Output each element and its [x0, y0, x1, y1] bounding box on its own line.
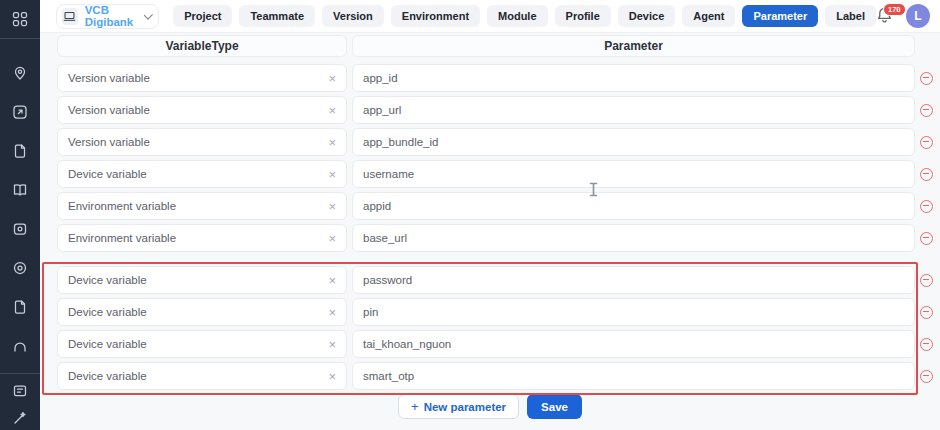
topbar-right: 170 L	[876, 4, 930, 28]
launch-icon[interactable]	[12, 104, 28, 120]
parameter-input[interactable]	[352, 266, 915, 294]
clear-select-icon[interactable]: ×	[328, 274, 336, 287]
variable-type-select[interactable]: Device variable×	[57, 330, 347, 358]
location-icon[interactable]	[12, 65, 28, 81]
topbar: VCB Digibank ProjectTeammateVersionEnvir…	[40, 0, 940, 33]
remove-row-icon[interactable]	[920, 104, 933, 117]
tab-profile[interactable]: Profile	[555, 5, 611, 27]
new-parameter-label: New parameter	[424, 401, 506, 413]
sidebar-bottom-icons	[0, 373, 40, 430]
column-header-variabletype: VariableType	[57, 35, 347, 57]
variable-type-value: Version variable	[68, 104, 150, 116]
tab-teammate[interactable]: Teammate	[239, 5, 315, 27]
tab-label[interactable]: Label	[825, 5, 876, 27]
tab-module[interactable]: Module	[487, 5, 548, 27]
sidebar-icon-list	[0, 39, 40, 373]
parameter-row: Device variable×	[57, 362, 933, 390]
parameter-input[interactable]	[352, 330, 915, 358]
remove-row-icon[interactable]	[920, 306, 933, 319]
variable-type-select[interactable]: Version variable×	[57, 128, 347, 156]
tab-project[interactable]: Project	[173, 5, 232, 27]
parameter-row: Environment variable×	[57, 224, 933, 252]
clear-select-icon[interactable]: ×	[328, 200, 336, 213]
device-icon[interactable]	[12, 221, 28, 237]
parameter-input[interactable]	[352, 192, 915, 220]
chat-icon[interactable]	[12, 383, 28, 399]
parameter-input[interactable]	[352, 96, 915, 124]
parameter-row: Device variable×	[57, 160, 933, 188]
variable-type-value: Device variable	[68, 370, 147, 382]
clear-select-icon[interactable]: ×	[328, 72, 336, 85]
notification-badge: 170	[883, 3, 906, 16]
main-area: VCB Digibank ProjectTeammateVersionEnvir…	[40, 0, 940, 430]
variable-type-select[interactable]: Environment variable×	[57, 224, 347, 252]
parameter-input[interactable]	[352, 64, 915, 92]
tab-parameter[interactable]: Parameter	[742, 5, 818, 27]
parameter-input[interactable]	[352, 224, 915, 252]
parameter-input[interactable]	[352, 362, 915, 390]
variable-type-select[interactable]: Device variable×	[57, 298, 347, 326]
variable-type-select[interactable]: Version variable×	[57, 96, 347, 124]
column-header-parameter: Parameter	[352, 35, 915, 57]
clear-select-icon[interactable]: ×	[328, 232, 336, 245]
tab-environment[interactable]: Environment	[391, 5, 480, 27]
workspace-selector[interactable]: VCB Digibank	[56, 4, 159, 29]
variable-type-value: Version variable	[68, 136, 150, 148]
remove-row-icon[interactable]	[920, 232, 933, 245]
file-icon[interactable]	[12, 143, 28, 159]
variable-type-select[interactable]: Device variable×	[57, 362, 347, 390]
tab-version[interactable]: Version	[322, 5, 384, 27]
avatar[interactable]: L	[906, 4, 930, 28]
parameter-row: Version variable×	[57, 96, 933, 124]
footer-actions: + New parameter Save	[40, 394, 940, 419]
variable-type-select[interactable]: Device variable×	[57, 266, 347, 294]
parameter-row: Version variable×	[57, 64, 933, 92]
parameter-input[interactable]	[352, 160, 915, 188]
parameter-page: VariableType Parameter Version variable×…	[40, 33, 940, 430]
laptop-icon	[62, 8, 78, 25]
parameter-row: Device variable×	[57, 330, 933, 358]
variable-type-value: Device variable	[68, 338, 147, 350]
parameter-row: Version variable×	[57, 128, 933, 156]
remove-row-icon[interactable]	[920, 370, 933, 383]
remove-row-icon[interactable]	[920, 72, 933, 85]
parameter-input[interactable]	[352, 128, 915, 156]
variable-type-value: Version variable	[68, 72, 150, 84]
tab-device[interactable]: Device	[618, 5, 675, 27]
remove-row-icon[interactable]	[920, 338, 933, 351]
variable-type-value: Environment variable	[68, 200, 176, 212]
wand-icon[interactable]	[12, 410, 28, 426]
variable-type-value: Environment variable	[68, 232, 176, 244]
remove-row-icon[interactable]	[920, 136, 933, 149]
clear-select-icon[interactable]: ×	[328, 370, 336, 383]
remove-row-icon[interactable]	[920, 200, 933, 213]
parameter-row: Device variable×	[57, 266, 933, 294]
variable-type-select[interactable]: Environment variable×	[57, 192, 347, 220]
remove-row-icon[interactable]	[920, 168, 933, 181]
chevron-down-icon	[144, 10, 153, 19]
parameter-row: Device variable×	[57, 298, 933, 326]
disc-icon[interactable]	[12, 260, 28, 276]
apps-grid-icon[interactable]	[12, 11, 28, 27]
clear-select-icon[interactable]: ×	[328, 306, 336, 319]
tab-agent[interactable]: Agent	[682, 5, 735, 27]
clear-select-icon[interactable]: ×	[328, 168, 336, 181]
page-icon[interactable]	[12, 299, 28, 315]
parameter-row: Environment variable×	[57, 192, 933, 220]
parameter-input[interactable]	[352, 298, 915, 326]
remove-row-icon[interactable]	[920, 274, 933, 287]
variable-type-select[interactable]: Version variable×	[57, 64, 347, 92]
parameter-rows: Version variable×Version variable×Versio…	[57, 64, 933, 390]
book-icon[interactable]	[12, 182, 28, 198]
clear-select-icon[interactable]: ×	[328, 338, 336, 351]
headset-icon[interactable]	[12, 338, 28, 354]
save-button[interactable]: Save	[527, 394, 582, 419]
new-parameter-button[interactable]: + New parameter	[398, 394, 519, 419]
nav-tabs: ProjectTeammateVersionEnvironmentModuleP…	[173, 5, 876, 27]
variable-type-value: Device variable	[68, 306, 147, 318]
plus-icon: +	[411, 399, 419, 414]
notification-bell-icon[interactable]: 170	[876, 6, 896, 26]
clear-select-icon[interactable]: ×	[328, 104, 336, 117]
variable-type-select[interactable]: Device variable×	[57, 160, 347, 188]
clear-select-icon[interactable]: ×	[328, 136, 336, 149]
